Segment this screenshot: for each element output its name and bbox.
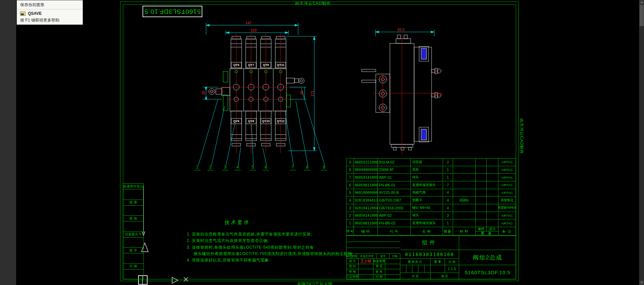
tech-requirement-line: 1. 安装前注意检查各元气件是否损坏,并遵守各项技术要求进行安装; [187,231,312,237]
bom-cell-total-weight [487,204,498,212]
scale-label: 比 例 [445,259,459,265]
sign-cell: 批 准 [373,269,385,275]
weight-label: 重 量 [431,259,445,265]
bom-header-total: 总计 [487,227,498,231]
tech-requirement-line: 3. 连接管路时,各接头处用乐泰LOCTITE-545密封胶密封,密封之前各 [187,245,314,250]
bom-cell-material [453,219,476,227]
dim-20-right: 20 [300,91,304,95]
front-view [209,36,304,146]
solenoid-connectors [421,48,427,140]
tech-requirement-line: 接头螺纹外表面需用乐泰LOCTITE-755清洗剂进行清洗,并清除管路接头内的粉… [194,251,353,257]
bom-cell-unit-weight [476,181,487,189]
part-number: 01160303100160 [400,250,459,259]
scale-value: 1:1.5 [445,265,459,273]
bom-cell-code: 9605081100001 [354,181,378,189]
valve-tag-qy10: QY10 [261,119,271,123]
bom-cell-remark: AIRTAC [498,158,516,166]
scroll-up-button[interactable]: ▲ [639,0,644,5]
bom-cell-code: 9201041200401 [354,204,378,212]
sign-cell: 王少铨 [359,259,373,264]
vertical-scrollbar[interactable]: ▲ ▼ [639,0,644,285]
table-row: 79605014100001ABP-01堵头1AIRTAC [347,174,516,181]
bom-header-material: 材 料 [453,227,476,236]
title-block: 标记处数更改文件号签字日期 设 计王少铨标准审查校 对审 定审 核批 准工艺审查… [346,236,516,279]
page-number: 第 页 [431,273,459,280]
balloon-3: 3 [222,165,228,170]
registration-form-label: 日 期 [123,264,144,270]
valve-tag-qy11: QY11 [276,63,285,67]
watermark-right: 由天河云CAD制作 [519,118,524,154]
side-view [362,35,441,150]
bom-cell-unit-weight [476,158,487,166]
sign-cell: 审 定 [373,264,385,270]
bom-cell-qty: 2 [443,158,453,166]
sign-cell [385,264,400,270]
bom-cell-designation: BSLM-02 [378,158,411,166]
dim-147: 147 [245,21,251,25]
revision-header-0: 标记 [347,254,351,259]
registration-form-row: 描 图 [123,200,144,216]
bom-cell-material [453,204,476,212]
sign-cell: 审 核 [347,269,359,275]
table-row: 49201030601101GB/T93-1987垫圈 4465Mn表面氧化 [347,197,516,204]
designer-signature: 王少铨 [360,259,371,264]
bom-cell-total-weight [487,166,498,174]
bom-cell-designation: ABP-02 [378,212,411,220]
tech-requirements-title: 技术要求 [225,219,250,226]
bom-cell-name: 底座 [411,166,443,174]
scrollbar-thumb[interactable] [640,5,644,26]
bom-cell-code: 9605014100002 [354,212,378,220]
side-toolbar-panel [0,0,16,285]
bom-cell-seq: 1 [347,219,354,227]
sign-cell: 校 对 [347,264,359,270]
revision-header-1: 处数 [351,254,357,259]
bom-cell-seq: 7 [347,174,354,181]
bom-cell-total-weight [487,181,498,189]
bom-cell-code: 9605015100002 [354,158,378,166]
balloon-8: 8 [304,165,310,170]
bom-cell-material [453,158,476,166]
cad-application-window: ▲ ▼ 保存当前图形 QSAVE 按 F1 键获得更多帮助 由天河云CAD制作 … [0,0,644,285]
bom-cell-remark: AIRTAC [498,212,516,220]
tech-requirement-line: 2. 安装时注意气流方向及接管牙型是否正确; [187,238,269,244]
bom-cell-qty: 3 [443,212,453,220]
bom-cell-designation: 200M-4F [378,166,411,174]
table-row: 19605081100002FN-Ø6-02直通终端管接头1AIRTAC [347,219,516,227]
registration-form-label: 签 字 [123,248,144,253]
balloon-1: 1 [194,165,200,170]
bom-cell-qty: 1 [443,174,453,181]
bom-cell-seq: 8 [347,166,354,174]
valve-tag-qy7: QY7 [246,63,256,67]
bom-cell-code: 9201030601101 [354,197,378,204]
bom-cell-unit-weight [476,204,487,212]
bom-cell-seq: 4 [347,197,354,204]
bom-cell-qty: 4 [443,204,453,212]
bom-cell-designation: 4V220-06-B [378,189,411,197]
bom-cell-code: 9601000000004 [354,189,378,197]
sign-cell: 工艺审查 [347,275,359,280]
bom-cell-qty: 7 [443,181,453,189]
product-name: 阀组2总成 [459,250,516,265]
balloon-4: 4 [235,165,241,170]
sign-cell [385,259,400,264]
tech-requirement-line: 4. 管路连接好以后,所有管路不得有漏气现象. [187,257,270,263]
bom-cell-name: 堵头 [411,212,443,220]
drawing-canvas[interactable] [0,0,644,285]
watermark-top: 由天河云CAD制作 [295,1,331,6]
bom-cell-material [453,189,476,197]
bom-cell-qty: 1 [443,166,453,174]
registration-form-row: 旧底图总号 [123,231,144,248]
front-centerlines [206,33,303,153]
bom-cell-total-weight [487,189,498,197]
registration-form-row: 签 字 [123,247,144,263]
stamp-text: 5160TSL3DF.10.5 [144,8,201,15]
bom-cell-designation: FN-Ø6-01 [378,181,411,189]
bom-cell-designation: GB/T818-2000 [378,204,411,212]
sign-cell [359,264,373,270]
registration-form-row: 日 期 [123,263,144,280]
ucs-axis-icon [172,277,178,283]
bom-cell-remark: AIRTAC [498,219,516,227]
clamp-plates [223,70,290,110]
scroll-down-button[interactable]: ▼ [639,280,644,285]
sign-cell: 标准审查 [373,259,385,264]
